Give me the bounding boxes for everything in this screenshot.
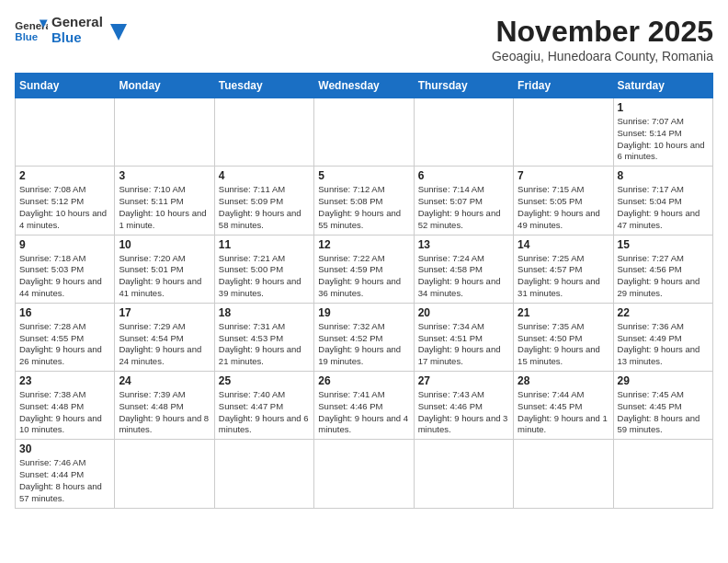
- header-sunday: Sunday: [16, 74, 115, 98]
- calendar-cell: [514, 440, 613, 508]
- calendar-cell: 9Sunrise: 7:18 AM Sunset: 5:03 PM Daylig…: [16, 235, 115, 303]
- day-info: Sunrise: 7:21 AM Sunset: 5:00 PM Dayligh…: [219, 253, 310, 300]
- calendar-cell: 14Sunrise: 7:25 AM Sunset: 4:57 PM Dayli…: [514, 235, 613, 303]
- day-number: 14: [518, 238, 609, 251]
- calendar-cell: [16, 98, 115, 167]
- day-number: 22: [618, 306, 709, 319]
- logo-blue: Blue: [51, 30, 103, 46]
- day-number: 13: [418, 238, 509, 251]
- calendar-cell: 28Sunrise: 7:44 AM Sunset: 4:45 PM Dayli…: [514, 372, 613, 440]
- day-info: Sunrise: 7:38 AM Sunset: 4:48 PM Dayligh…: [19, 389, 110, 436]
- svg-marker-3: [110, 24, 127, 40]
- day-number: 27: [418, 374, 509, 387]
- day-number: 17: [119, 306, 210, 319]
- day-number: 12: [318, 238, 409, 251]
- day-number: 19: [318, 306, 409, 319]
- logo-general: General: [51, 15, 103, 30]
- day-info: Sunrise: 7:18 AM Sunset: 5:03 PM Dayligh…: [19, 253, 110, 300]
- day-number: 3: [119, 169, 210, 182]
- day-info: Sunrise: 7:41 AM Sunset: 4:46 PM Dayligh…: [318, 389, 409, 436]
- calendar-week-5: 30Sunrise: 7:46 AM Sunset: 4:44 PM Dayli…: [16, 440, 713, 508]
- day-number: 24: [119, 374, 210, 387]
- day-number: 8: [618, 169, 709, 182]
- day-number: 11: [219, 238, 310, 251]
- day-info: Sunrise: 7:24 AM Sunset: 4:58 PM Dayligh…: [418, 253, 509, 300]
- logo-triangle-icon: [107, 20, 127, 40]
- day-number: 20: [418, 306, 509, 319]
- calendar-cell: 17Sunrise: 7:29 AM Sunset: 4:54 PM Dayli…: [115, 303, 214, 371]
- calendar-week-2: 9Sunrise: 7:18 AM Sunset: 5:03 PM Daylig…: [16, 235, 713, 303]
- calendar-cell: 24Sunrise: 7:39 AM Sunset: 4:48 PM Dayli…: [115, 372, 214, 440]
- calendar-cell: 2Sunrise: 7:08 AM Sunset: 5:12 PM Daylig…: [16, 167, 115, 235]
- day-number: 28: [518, 374, 609, 387]
- day-number: 5: [318, 169, 409, 182]
- calendar-body: 1Sunrise: 7:07 AM Sunset: 5:14 PM Daylig…: [16, 98, 713, 509]
- day-number: 21: [518, 306, 609, 319]
- calendar-cell: 11Sunrise: 7:21 AM Sunset: 5:00 PM Dayli…: [214, 235, 313, 303]
- calendar-cell: 10Sunrise: 7:20 AM Sunset: 5:01 PM Dayli…: [115, 235, 214, 303]
- header-monday: Monday: [115, 74, 214, 98]
- day-info: Sunrise: 7:15 AM Sunset: 5:05 PM Dayligh…: [518, 184, 609, 231]
- day-number: 25: [219, 374, 310, 387]
- day-number: 16: [19, 306, 110, 319]
- day-info: Sunrise: 7:08 AM Sunset: 5:12 PM Dayligh…: [19, 184, 110, 231]
- calendar-cell: [414, 98, 513, 167]
- calendar-week-4: 23Sunrise: 7:38 AM Sunset: 4:48 PM Dayli…: [16, 372, 713, 440]
- header-friday: Friday: [514, 74, 613, 98]
- day-info: Sunrise: 7:17 AM Sunset: 5:04 PM Dayligh…: [618, 184, 709, 231]
- day-info: Sunrise: 7:31 AM Sunset: 4:53 PM Dayligh…: [219, 321, 310, 368]
- calendar-table: SundayMondayTuesdayWednesdayThursdayFrid…: [15, 73, 713, 509]
- calendar-cell: 19Sunrise: 7:32 AM Sunset: 4:52 PM Dayli…: [314, 303, 414, 371]
- day-info: Sunrise: 7:07 AM Sunset: 5:14 PM Dayligh…: [618, 116, 709, 163]
- day-info: Sunrise: 7:20 AM Sunset: 5:01 PM Dayligh…: [119, 253, 210, 300]
- day-number: 23: [19, 374, 110, 387]
- header: General Blue General Blue November 2025 …: [15, 15, 713, 63]
- calendar-cell: 18Sunrise: 7:31 AM Sunset: 4:53 PM Dayli…: [214, 303, 313, 371]
- day-number: 2: [19, 169, 110, 182]
- day-number: 29: [618, 374, 709, 387]
- calendar-cell: 23Sunrise: 7:38 AM Sunset: 4:48 PM Dayli…: [16, 372, 115, 440]
- day-info: Sunrise: 7:32 AM Sunset: 4:52 PM Dayligh…: [318, 321, 409, 368]
- day-info: Sunrise: 7:29 AM Sunset: 4:54 PM Dayligh…: [119, 321, 210, 368]
- calendar-cell: 4Sunrise: 7:11 AM Sunset: 5:09 PM Daylig…: [214, 167, 313, 235]
- calendar-header-row: SundayMondayTuesdayWednesdayThursdayFrid…: [16, 74, 713, 98]
- day-number: 10: [119, 238, 210, 251]
- day-number: 30: [19, 442, 110, 455]
- header-tuesday: Tuesday: [214, 74, 313, 98]
- calendar-cell: [214, 440, 313, 508]
- day-info: Sunrise: 7:36 AM Sunset: 4:49 PM Dayligh…: [618, 321, 709, 368]
- calendar-cell: [314, 440, 414, 508]
- day-info: Sunrise: 7:28 AM Sunset: 4:55 PM Dayligh…: [19, 321, 110, 368]
- calendar-cell: 22Sunrise: 7:36 AM Sunset: 4:49 PM Dayli…: [613, 303, 712, 371]
- calendar-cell: 1Sunrise: 7:07 AM Sunset: 5:14 PM Daylig…: [613, 98, 712, 167]
- calendar-cell: [514, 98, 613, 167]
- day-number: 15: [618, 238, 709, 251]
- logo-svg: General Blue: [15, 17, 48, 44]
- day-info: Sunrise: 7:27 AM Sunset: 4:56 PM Dayligh…: [618, 253, 709, 300]
- calendar-cell: 15Sunrise: 7:27 AM Sunset: 4:56 PM Dayli…: [613, 235, 712, 303]
- calendar-cell: 20Sunrise: 7:34 AM Sunset: 4:51 PM Dayli…: [414, 303, 513, 371]
- day-info: Sunrise: 7:46 AM Sunset: 4:44 PM Dayligh…: [19, 457, 110, 504]
- day-info: Sunrise: 7:39 AM Sunset: 4:48 PM Dayligh…: [119, 389, 210, 436]
- day-info: Sunrise: 7:14 AM Sunset: 5:07 PM Dayligh…: [418, 184, 509, 231]
- header-saturday: Saturday: [613, 74, 712, 98]
- day-info: Sunrise: 7:35 AM Sunset: 4:50 PM Dayligh…: [518, 321, 609, 368]
- calendar-week-1: 2Sunrise: 7:08 AM Sunset: 5:12 PM Daylig…: [16, 167, 713, 235]
- calendar-cell: [115, 440, 214, 508]
- calendar-cell: 13Sunrise: 7:24 AM Sunset: 4:58 PM Dayli…: [414, 235, 513, 303]
- calendar-cell: 25Sunrise: 7:40 AM Sunset: 4:47 PM Dayli…: [214, 372, 313, 440]
- calendar-cell: 12Sunrise: 7:22 AM Sunset: 4:59 PM Dayli…: [314, 235, 414, 303]
- day-number: 6: [418, 169, 509, 182]
- day-number: 4: [219, 169, 310, 182]
- calendar-subtitle: Geoagiu, Hunedoara County, Romania: [492, 49, 713, 63]
- day-info: Sunrise: 7:40 AM Sunset: 4:47 PM Dayligh…: [219, 389, 310, 436]
- calendar-cell: 6Sunrise: 7:14 AM Sunset: 5:07 PM Daylig…: [414, 167, 513, 235]
- header-wednesday: Wednesday: [314, 74, 414, 98]
- calendar-cell: [115, 98, 214, 167]
- day-number: 9: [19, 238, 110, 251]
- title-area: November 2025 Geoagiu, Hunedoara County,…: [492, 15, 713, 63]
- header-thursday: Thursday: [414, 74, 513, 98]
- calendar-cell: 27Sunrise: 7:43 AM Sunset: 4:46 PM Dayli…: [414, 372, 513, 440]
- day-info: Sunrise: 7:10 AM Sunset: 5:11 PM Dayligh…: [119, 184, 210, 231]
- calendar-week-3: 16Sunrise: 7:28 AM Sunset: 4:55 PM Dayli…: [16, 303, 713, 371]
